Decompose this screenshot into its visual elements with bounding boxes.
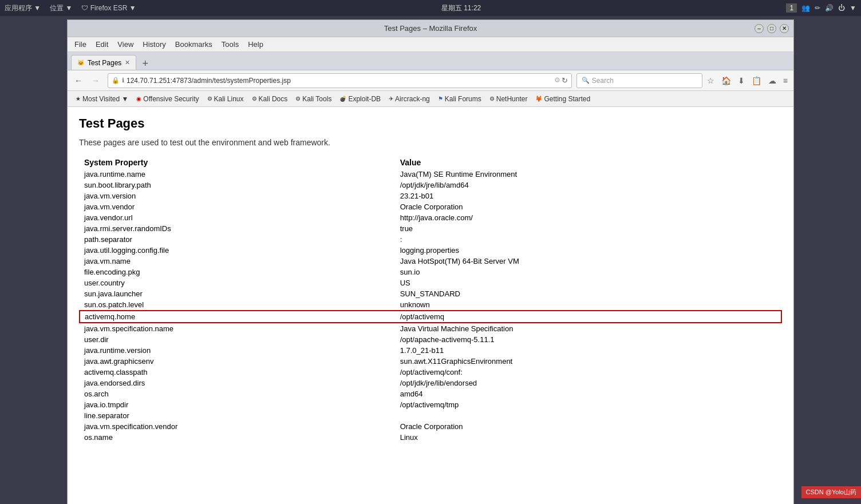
table-row: path.separator: xyxy=(80,234,781,245)
property-cell: java.vm.specification.vendor xyxy=(80,421,396,432)
value-cell: Java HotSpot(TM) 64-Bit Server VM xyxy=(396,256,781,267)
bookmark-nethunter[interactable]: ⚙ NetHunter xyxy=(486,94,531,104)
bookmark-label: Kali Linux xyxy=(214,95,244,103)
property-cell: sun.java.launcher xyxy=(80,288,396,299)
taskbar-apps[interactable]: 应用程序 ▼ xyxy=(5,3,41,13)
bookmark-label: Getting Started xyxy=(544,95,590,103)
tab-bar: 🐱 Test Pages ✕ + xyxy=(68,52,793,70)
page-content: Test Pages These pages are used to test … xyxy=(68,107,793,504)
menu-tools[interactable]: Tools xyxy=(217,38,243,50)
home-icon[interactable]: 🏠 xyxy=(719,75,733,86)
menu-view[interactable]: View xyxy=(113,38,138,50)
value-cell: sun.io xyxy=(396,267,781,277)
table-row: sun.boot.library.path/opt/jdk/jre/lib/am… xyxy=(80,180,781,191)
taskbar-dropdown-icon[interactable]: ▼ xyxy=(850,4,856,12)
download-icon[interactable]: ⬇ xyxy=(736,75,747,86)
taskbar: 应用程序 ▼ 位置 ▼ 🛡 Firefox ESR ▼ 星期五 11:22 1 … xyxy=(0,0,861,16)
bookmark-aircrack-ng[interactable]: ✈ Aircrack-ng xyxy=(385,94,433,104)
bookmark-label: Most Visited ▼ xyxy=(82,95,128,103)
property-cell: java.vm.name xyxy=(80,256,396,267)
taskbar-edit-icon[interactable]: ✏ xyxy=(815,4,820,12)
property-cell: java.vm.specification.name xyxy=(80,323,396,334)
property-cell: java.runtime.version xyxy=(80,345,396,356)
minimize-button[interactable]: – xyxy=(755,24,764,33)
table-row: java.rmi.server.randomIDstrue xyxy=(80,223,781,234)
value-cell: SUN_STANDARD xyxy=(396,288,781,299)
value-cell xyxy=(396,410,781,421)
menu-icon[interactable]: ≡ xyxy=(781,75,790,86)
table-row: os.nameLinux xyxy=(80,432,781,443)
property-cell: activemq.home xyxy=(80,311,396,323)
sync-icon[interactable]: ☁ xyxy=(766,75,779,86)
most-visited-icon: ★ xyxy=(76,96,81,102)
tab-close-button[interactable]: ✕ xyxy=(125,59,130,66)
bookmark-offensive-security[interactable]: ◉ Offensive Security xyxy=(133,94,202,104)
forward-button[interactable]: → xyxy=(88,74,103,88)
bookmark-most-visited[interactable]: ★ Most Visited ▼ xyxy=(72,94,132,104)
taskbar-firefox[interactable]: 🛡 Firefox ESR ▼ xyxy=(81,4,136,12)
url-text[interactable]: 124.70.71.251:47873/admin/test/systemPro… xyxy=(127,77,554,85)
value-cell: Oracle Corporation xyxy=(396,421,781,432)
search-bar[interactable]: 🔍 Search xyxy=(576,73,702,88)
search-icon: 🔍 xyxy=(582,77,590,84)
col-property: System Property xyxy=(80,156,396,169)
value-cell: US xyxy=(396,277,781,288)
bookmark-exploit-db[interactable]: 💣 Exploit-DB xyxy=(336,94,384,104)
property-cell: java.endorsed.dirs xyxy=(80,378,396,388)
tab-test-pages[interactable]: 🐱 Test Pages ✕ xyxy=(71,55,136,70)
value-cell: Java Virtual Machine Specification xyxy=(396,323,781,334)
property-cell: java.runtime.name xyxy=(80,169,396,180)
menu-history[interactable]: History xyxy=(138,38,170,50)
bookmark-getting-started[interactable]: 🦊 Getting Started xyxy=(532,94,594,104)
taskbar-volume-icon[interactable]: 🔊 xyxy=(825,4,834,12)
bookmark-icon[interactable]: ☆ xyxy=(705,75,717,86)
browser-window: Test Pages – Mozilla Firefox – □ ✕ File … xyxy=(67,19,794,504)
property-cell: sun.boot.library.path xyxy=(80,180,396,191)
table-row: java.vm.nameJava HotSpot(TM) 64-Bit Serv… xyxy=(80,256,781,267)
bookmark-label: Kali Tools xyxy=(302,95,331,103)
address-bar[interactable]: 🔒 ℹ 124.70.71.251:47873/admin/test/syste… xyxy=(108,73,572,88)
property-cell: os.name xyxy=(80,432,396,443)
taskbar-places[interactable]: 位置 ▼ xyxy=(50,3,72,13)
info-icon: ℹ xyxy=(122,77,124,84)
table-row: java.endorsed.dirs/opt/jdk/jre/lib/endor… xyxy=(80,378,781,388)
bookmark-label: Aircrack-ng xyxy=(395,95,430,103)
property-cell: file.encoding.pkg xyxy=(80,267,396,277)
table-row: file.encoding.pkgsun.io xyxy=(80,267,781,277)
value-cell: /opt/activemq/conf: xyxy=(396,367,781,378)
bookmark-label: Offensive Security xyxy=(143,95,199,103)
menu-edit[interactable]: Edit xyxy=(91,38,113,50)
bookmark-kali-docs[interactable]: ⚙ Kali Docs xyxy=(248,94,291,104)
bookmark-label: Kali Docs xyxy=(259,95,288,103)
page-description: These pages are used to test out the env… xyxy=(79,138,782,147)
value-cell: /opt/apache-activemq-5.11.1 xyxy=(396,334,781,345)
menu-file[interactable]: File xyxy=(70,38,91,50)
bookmark-kali-tools[interactable]: ⚙ Kali Tools xyxy=(292,94,335,104)
refresh-icon[interactable]: ↻ xyxy=(562,76,568,85)
maximize-button[interactable]: □ xyxy=(767,24,776,33)
bookmark-kali-forums[interactable]: ⚑ Kali Forums xyxy=(435,94,485,104)
bookmark-kali-linux[interactable]: ⚙ Kali Linux xyxy=(204,94,247,104)
search-placeholder: Search xyxy=(592,77,614,85)
property-cell: user.country xyxy=(80,277,396,288)
pocket-icon[interactable]: 📋 xyxy=(749,75,764,86)
bookmark-label: NetHunter xyxy=(496,95,528,103)
nethunter-icon: ⚙ xyxy=(489,96,495,102)
new-tab-button[interactable]: + xyxy=(139,58,152,70)
value-cell: 1.7.0_21-b11 xyxy=(396,345,781,356)
window-title: Test Pages – Mozilla Firefox xyxy=(106,24,755,33)
property-cell: java.vendor.url xyxy=(80,212,396,223)
taskbar-power-icon[interactable]: ⏻ xyxy=(838,4,845,12)
table-row: java.vm.vendorOracle Corporation xyxy=(80,201,781,212)
value-cell: /opt/activemq/tmp xyxy=(396,399,781,410)
menu-help[interactable]: Help xyxy=(243,38,268,50)
table-row: java.vm.specification.nameJava Virtual M… xyxy=(80,323,781,334)
window-controls: – □ ✕ xyxy=(755,24,789,33)
table-row: os.archamd64 xyxy=(80,388,781,399)
title-bar: Test Pages – Mozilla Firefox – □ ✕ xyxy=(68,20,793,37)
taskbar-users-icon[interactable]: 👥 xyxy=(801,4,810,12)
menu-bookmarks[interactable]: Bookmarks xyxy=(171,38,217,50)
value-cell: /opt/jdk/jre/lib/amd64 xyxy=(396,180,781,191)
back-button[interactable]: ← xyxy=(71,74,86,88)
close-button[interactable]: ✕ xyxy=(780,24,789,33)
